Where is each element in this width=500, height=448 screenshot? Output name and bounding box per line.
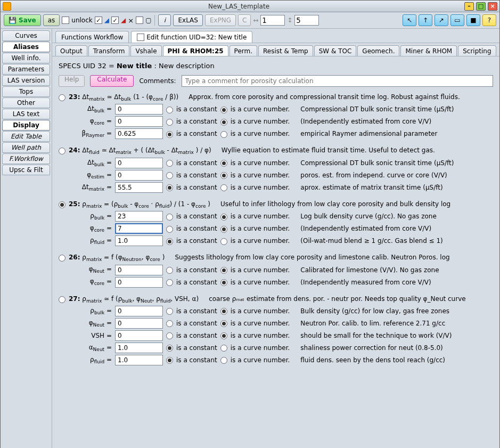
- comments-input[interactable]: [182, 75, 494, 87]
- window-title: New_LAS_template: [13, 3, 464, 10]
- sidebar-item-display[interactable]: Display: [2, 120, 50, 131]
- sidebar-item-edittable[interactable]: Edit Table: [2, 131, 50, 142]
- spin-v[interactable]: [294, 15, 319, 26]
- sub-tabrow: Output Transform Vshale PHI & RHOM:25 Pe…: [52, 43, 499, 56]
- radio-eq24[interactable]: [59, 148, 65, 154]
- radio-eq26[interactable]: [59, 255, 65, 262]
- r-23-3v[interactable]: [220, 131, 227, 138]
- radio-eq27[interactable]: [59, 296, 65, 303]
- calculate-button[interactable]: Calculate: [90, 75, 134, 87]
- input-25-core[interactable]: [115, 223, 163, 234]
- sidebar-item-lasversion[interactable]: LAS version: [2, 75, 50, 86]
- sidebar-item-tops[interactable]: Tops: [2, 86, 50, 97]
- expng-button[interactable]: ExPNG: [205, 14, 236, 26]
- subtab-sw-toc[interactable]: SW & TOC: [314, 45, 357, 56]
- input-24-matrix[interactable]: [115, 182, 163, 193]
- info-button[interactable]: i: [158, 14, 171, 26]
- input-26-neut[interactable]: [115, 265, 163, 275]
- radio-eq25[interactable]: [59, 201, 65, 208]
- unlock-label: unlock: [71, 17, 92, 24]
- sidebar-item-aliases[interactable]: Aliases: [2, 42, 50, 52]
- r-23-1c[interactable]: [166, 107, 173, 113]
- sidebar-item-other[interactable]: Other: [2, 97, 50, 108]
- r-23-3c[interactable]: [166, 131, 173, 138]
- help-btn[interactable]: Help: [59, 75, 85, 87]
- input-27-fluid[interactable]: [115, 355, 163, 365]
- sidebar-item-parameters[interactable]: Parameters: [2, 64, 50, 75]
- titlebar: New_LAS_template – □ ×: [1, 1, 499, 12]
- input-23-bulk[interactable]: [115, 104, 163, 115]
- toolbar: 💾Save as unlock ✓◢ ✓◢ × ▢ i ExLAS ExPNG …: [1, 12, 499, 29]
- subtab-perm[interactable]: Perm.: [229, 45, 257, 56]
- input-24-bulk[interactable]: [115, 158, 163, 168]
- rect-button[interactable]: ▭: [450, 14, 464, 26]
- unlock-checkbox[interactable]: [62, 17, 69, 24]
- sidebar-item-fworkflow[interactable]: F.Workflow: [2, 153, 50, 164]
- subtab-resist[interactable]: Resist & Temp: [258, 45, 313, 56]
- sidebar-item-curves[interactable]: Curves: [2, 30, 50, 41]
- input-24-estim[interactable]: [115, 170, 163, 181]
- subtab-phi-rhom[interactable]: PHI & RHOM:25: [163, 45, 228, 56]
- input-26-core[interactable]: [115, 277, 163, 288]
- input-23-beta[interactable]: [115, 128, 163, 139]
- subtab-geomech[interactable]: Geomech.: [357, 45, 399, 56]
- save-button[interactable]: 💾Save: [4, 14, 41, 26]
- subtab-scripting[interactable]: Scripting: [458, 45, 496, 56]
- subtab-output[interactable]: Output: [55, 45, 87, 56]
- input-27-alpha[interactable]: [115, 343, 163, 353]
- subtab-vshale[interactable]: Vshale: [130, 45, 161, 56]
- sidebar-item-wellinfo[interactable]: Well info.: [2, 53, 50, 63]
- c-button[interactable]: C: [238, 14, 251, 26]
- sidebar: Curves Aliases Well info. Parameters LAS…: [1, 29, 52, 448]
- check-2[interactable]: ✓: [111, 17, 119, 24]
- tab-edit-function[interactable]: Edit function UID=32: New title: [131, 31, 252, 43]
- save-icon: 💾: [9, 17, 17, 24]
- radio-eq23[interactable]: [59, 94, 65, 101]
- r-23-1v[interactable]: [220, 107, 227, 113]
- triangle-icon-blue: ◢: [104, 17, 109, 24]
- app-icon: [3, 2, 11, 11]
- spin-h[interactable]: [260, 15, 285, 26]
- check-3[interactable]: [136, 17, 143, 24]
- triangle-icon-red: ◢: [121, 17, 126, 24]
- spec-line: SPECS UID 32 = New title : New descripti…: [59, 62, 493, 70]
- arrow-v-icon: ↕: [287, 17, 292, 24]
- tab-functions-workflow[interactable]: Functions Workflow: [55, 31, 129, 43]
- subtab-transform[interactable]: Transform: [88, 45, 130, 56]
- input-27-vsh[interactable]: [115, 330, 163, 341]
- input-23-core[interactable]: [115, 116, 163, 127]
- window: New_LAS_template – □ × 💾Save as unlock ✓…: [0, 0, 500, 448]
- arrow-nw-button[interactable]: ↖: [403, 14, 416, 26]
- subtab-miner[interactable]: Miner & RHOM: [400, 45, 457, 56]
- comments-label: Comments:: [139, 77, 176, 85]
- input-25-fluid[interactable]: [115, 235, 163, 246]
- maximize-button[interactable]: □: [476, 2, 486, 11]
- arrow-h-icon: ↔: [253, 17, 258, 24]
- square-icon: ▢: [145, 17, 151, 24]
- close-button[interactable]: ×: [488, 2, 497, 11]
- sidebar-item-lastext[interactable]: LAS text: [2, 109, 50, 119]
- times-label: ×: [128, 17, 134, 25]
- arrow-up-button[interactable]: ↑: [419, 14, 432, 26]
- minimize-button[interactable]: –: [464, 2, 474, 11]
- sidebar-item-wellpath[interactable]: Well path: [2, 142, 50, 153]
- top-tabrow: Functions Workflow Edit function UID=32:…: [52, 29, 499, 43]
- check-1[interactable]: ✓: [95, 17, 102, 24]
- exlas-button[interactable]: ExLAS: [173, 14, 202, 26]
- save-as-button[interactable]: as: [43, 14, 60, 26]
- square-button[interactable]: ■: [466, 14, 480, 26]
- arrow-ne-button[interactable]: ↗: [435, 14, 448, 26]
- r-23-2c[interactable]: [166, 119, 173, 126]
- sidebar-item-upsc[interactable]: Upsc & Filt: [2, 165, 50, 175]
- help-button[interactable]: ?: [482, 14, 496, 26]
- tab-checkbox[interactable]: [137, 34, 144, 41]
- input-27-bulk[interactable]: [115, 306, 163, 316]
- main-pane: SPECS UID 32 = New title : New descripti…: [52, 56, 499, 448]
- input-27-neut[interactable]: [115, 318, 163, 329]
- r-23-2v[interactable]: [220, 119, 227, 126]
- input-25-bulk[interactable]: [115, 211, 163, 222]
